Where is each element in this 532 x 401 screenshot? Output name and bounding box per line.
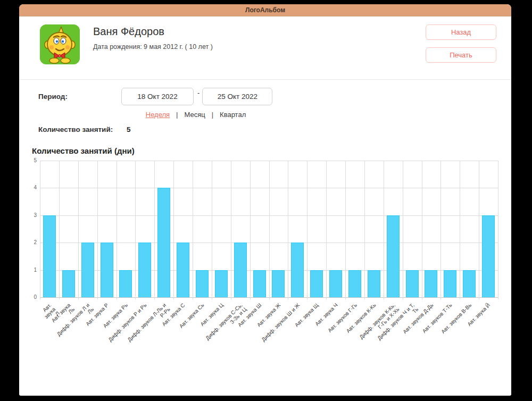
chart-bar [81,243,94,297]
child-name: Ваня Фёдоров [93,26,426,38]
gridline-vertical [307,161,307,299]
gridline-vertical [231,161,231,299]
chart-bar [425,270,437,297]
gridline-vertical [269,161,270,299]
gridline-vertical [173,161,174,299]
profile-info: Ваня Фёдоров Дата рождения: 9 мая 2012 г… [93,24,426,51]
y-axis-tick-label: 4 [34,185,37,190]
gridline-vertical [288,161,288,299]
gridline-vertical [59,161,60,299]
header-divider [19,79,511,80]
gridline-vertical [135,161,136,299]
y-axis-tick-label: 2 [34,240,37,245]
chart-bar [406,270,419,297]
chart-bar [368,270,380,297]
period-tabs: Неделя | Месяц | Квартал [121,111,270,119]
chart-bar [138,243,151,297]
gridline-vertical [40,161,40,299]
gridline-vertical [193,161,193,299]
date-from-input[interactable]: 18 Окт 2022 [121,88,194,105]
profile-header: Ваня Фёдоров Дата рождения: 9 мая 2012 г… [19,16,511,64]
gridline-vertical [326,161,327,299]
chart-bar [234,243,247,297]
chart-bar [348,270,361,297]
action-buttons: Назад Печать [426,24,496,63]
chart-bar [253,270,266,297]
gridline-vertical [345,161,346,299]
date-to-input[interactable]: 25 Окт 2022 [202,88,272,105]
gridline-vertical [78,161,79,299]
tab-quarter[interactable]: Квартал [220,111,246,119]
gridline-vertical [403,161,403,299]
chart-bar [119,270,132,297]
gridline-vertical [97,161,98,299]
gridline-vertical [154,161,155,299]
desktop-background: ЛогоАльбом [0,0,532,401]
chart-title: Количество занятий (дни) [32,146,511,155]
gridline-vertical [422,161,422,299]
y-axis-tick-label: 0 [34,295,37,300]
smiley-avatar-image [40,24,80,64]
gridline-vertical [212,161,212,299]
gridline-vertical [117,161,117,299]
gridline-vertical [250,161,251,299]
chart-bar [329,270,342,297]
avatar [40,24,80,64]
y-axis-tick-label: 3 [34,213,37,218]
date-range-dash: - [197,89,200,97]
chart-bar [215,270,228,297]
gridline-vertical [364,161,365,299]
chart-bar [291,243,304,297]
birth-date: Дата рождения: 9 мая 2012 г. ( 10 лет ) [93,43,426,51]
chart-bar [157,188,170,297]
chart-bar [62,270,75,297]
app-window: ЛогоАльбом [19,4,511,396]
gridline-vertical [384,161,384,299]
sessions-count: 5 [127,126,131,133]
chart-bar [101,243,113,297]
tab-month[interactable]: Месяц [185,111,205,119]
chart-bar [272,270,285,297]
y-axis-tick-label: 5 [34,158,37,163]
period-label: Период: [38,93,121,101]
window-title: ЛогоАльбом [245,6,285,14]
tab-separator: | [212,111,213,119]
gridline-vertical [498,161,498,299]
print-button[interactable]: Печать [426,47,496,63]
tab-week[interactable]: Неделя [146,111,170,119]
sessions-label: Количество занятий: [38,126,113,133]
chart-bar [177,243,189,297]
chart-plot: 012345Авт. звука ЛАвт. звука ЛьДифф. зву… [40,161,498,297]
y-axis-tick-label: 1 [34,268,37,273]
period-row: Период: 18 Окт 2022 - 25 Окт 2022 [19,88,511,105]
gridline-vertical [460,161,460,299]
back-button[interactable]: Назад [426,24,496,40]
sessions-row: Количество занятий: 5 [19,126,511,133]
gridline-vertical [440,161,441,299]
chart-bar [463,270,476,297]
chart-bar [310,270,323,297]
chart-bar [444,270,456,297]
gridline-vertical [479,161,479,299]
chart-bar [482,215,495,297]
window-titlebar[interactable]: ЛогоАльбом [19,4,511,16]
chart-bar [196,270,209,297]
chart-bar [387,215,400,297]
chart-bar [43,215,56,297]
tab-separator: | [176,111,178,119]
